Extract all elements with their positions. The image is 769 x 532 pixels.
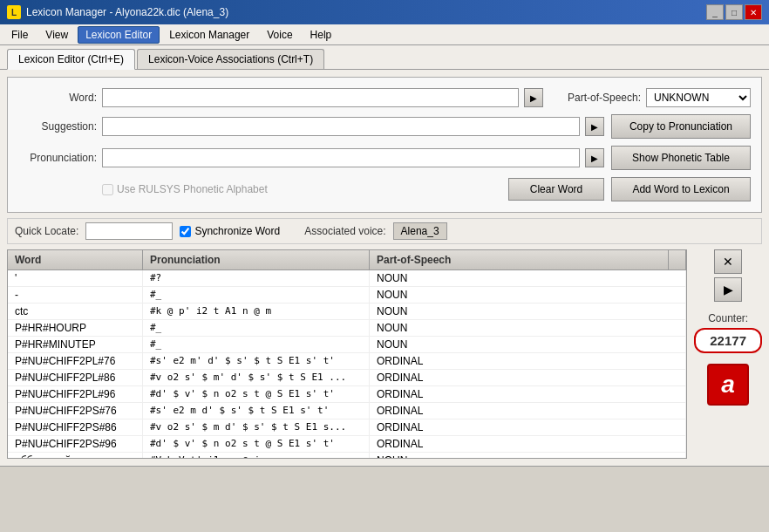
- table-row[interactable]: P#NU#CHIFF2PL#86 #v o2 s' $ m' d' $ s' $…: [8, 370, 686, 386]
- cell-word: P#NU#CHIFF2PS#76: [8, 403, 143, 419]
- window-title: Lexicon Manager - Alyona22k.dic (Alena_3…: [26, 6, 228, 18]
- cell-pos: ORDINAL: [370, 403, 686, 419]
- cell-pronunciation: #k @ p' i2 t A1 n @ m: [143, 304, 370, 319]
- cell-pos: NOUN: [370, 270, 686, 286]
- col-header-pronunciation: Pronunciation: [143, 250, 370, 269]
- table-wrapper: Word Pronunciation Part-of-Speech ' #? N…: [7, 249, 687, 459]
- cell-pronunciation: #d' $ v' $ n o2 s t @ S E1 s' t': [143, 436, 370, 452]
- app-logo: a: [707, 364, 749, 406]
- cell-pos: ORDINAL: [370, 386, 686, 402]
- cell-word: P#NU#CHIFF2PL#76: [8, 353, 143, 369]
- cell-pronunciation: #v o2 s' $ m d' $ s' $ t S E1 s...: [143, 419, 370, 435]
- menu-lexicon-manager[interactable]: Lexicon Manager: [161, 26, 257, 44]
- title-bar: L Lexicon Manager - Alyona22k.dic (Alena…: [0, 0, 769, 24]
- locate-bar: Quick Locate: Synchronize Word Associate…: [7, 218, 762, 244]
- cell-pos: NOUN: [370, 304, 686, 319]
- maximize-button[interactable]: □: [725, 4, 743, 20]
- table-row[interactable]: P#HR#HOURP #_ NOUN: [8, 320, 686, 337]
- cell-pronunciation: #d' $ v' $ n o2 s t @ S E1 s' t': [143, 386, 370, 402]
- voice-value: Alena_3: [393, 222, 447, 240]
- cell-pronunciation: #v o2 s' $ m' d' $ s' $ t S E1 ...: [143, 370, 370, 385]
- clear-word-button[interactable]: Clear Word: [508, 178, 604, 201]
- menu-lexicon-editor[interactable]: Lexicon Editor: [78, 26, 160, 44]
- menu-view[interactable]: View: [37, 26, 76, 44]
- locate-label: Quick Locate:: [15, 225, 78, 237]
- table-area: Word Pronunciation Part-of-Speech ' #? N…: [7, 249, 762, 459]
- menu-help[interactable]: Help: [303, 26, 340, 44]
- rulsys-checkbox[interactable]: [102, 184, 113, 195]
- menu-bar: File View Lexicon Editor Lexicon Manager…: [0, 24, 769, 45]
- tab-bar: Lexicon Editor (Ctrl+E) Lexicon-Voice As…: [0, 45, 769, 70]
- cell-pos: ORDINAL: [370, 370, 686, 385]
- table-row[interactable]: ctc #k @ p' i2 t A1 n @ m NOUN: [8, 304, 686, 320]
- pos-label: Part-of-Speech:: [568, 92, 641, 104]
- pronunciation-go-button[interactable]: ▶: [585, 148, 604, 167]
- cell-pos: ORDINAL: [370, 436, 686, 452]
- locate-input[interactable]: [85, 222, 173, 240]
- table-row[interactable]: P#HR#MINUTEP #_ NOUN: [8, 337, 686, 353]
- cell-word: P#NU#CHIFF2PL#86: [8, 370, 143, 385]
- table-row[interactable]: P#NU#CHIFF2PS#96 #d' $ v' $ n o2 s t @ S…: [8, 436, 686, 453]
- cell-pronunciation: #s' e2 m' d' $ s' $ t S E1 s' t': [143, 353, 370, 369]
- table-row[interactable]: аббатиссой #V b V t' i1 ss @ j NOUN: [8, 453, 686, 458]
- table-row[interactable]: P#NU#CHIFF2PL#96 #d' $ v' $ n o2 s t @ S…: [8, 386, 686, 403]
- minimize-button[interactable]: _: [706, 4, 724, 20]
- word-go-button[interactable]: ▶: [524, 88, 543, 107]
- counter-label: Counter:: [708, 312, 748, 324]
- app-icon: L: [7, 5, 21, 19]
- tab-lexicon-editor[interactable]: Lexicon Editor (Ctrl+E): [7, 49, 135, 70]
- table-row[interactable]: ' #? NOUN: [8, 270, 686, 287]
- suggestion-input[interactable]: [102, 117, 580, 136]
- menu-voice[interactable]: Voice: [259, 26, 300, 44]
- cell-pronunciation: #V b V t' i1 ss @ j: [143, 453, 370, 458]
- cell-pos: ORDINAL: [370, 353, 686, 369]
- table-body[interactable]: ' #? NOUN - #_ NOUN ctc #k @ p' i2 t A1 …: [8, 270, 686, 458]
- sync-label: Synchronize Word: [194, 225, 280, 237]
- cell-word: P#NU#CHIFF2PS#96: [8, 436, 143, 452]
- bottom-status: [0, 466, 769, 481]
- add-word-button[interactable]: Add Word to Lexicon: [611, 177, 751, 201]
- cell-pos: NOUN: [370, 337, 686, 352]
- cell-pos: NOUN: [370, 453, 686, 458]
- cell-word: -: [8, 287, 143, 303]
- pos-select[interactable]: UNKNOWN NOUN VERB ADJECTIVE ADVERB ORDIN…: [646, 88, 751, 107]
- rulsys-label: Use RULSYS Phonetic Alphabet: [117, 183, 268, 195]
- data-table: Word Pronunciation Part-of-Speech ' #? N…: [7, 249, 687, 459]
- form-panel: Word: ▶ Part-of-Speech: UNKNOWN NOUN VER…: [7, 77, 762, 213]
- close-button[interactable]: ✕: [745, 4, 762, 20]
- cell-pronunciation: #_: [143, 320, 370, 336]
- cell-word: аббатиссой: [8, 453, 143, 458]
- cell-pronunciation: #_: [143, 337, 370, 352]
- cell-pronunciation: #s' e2 m d' $ s' $ t S E1 s' t': [143, 403, 370, 419]
- table-row[interactable]: P#NU#CHIFF2PS#76 #s' e2 m d' $ s' $ t S …: [8, 403, 686, 419]
- cell-pos: NOUN: [370, 320, 686, 336]
- table-row[interactable]: P#NU#CHIFF2PL#76 #s' e2 m' d' $ s' $ t S…: [8, 353, 686, 370]
- suggestion-label: Suggestion:: [18, 120, 97, 133]
- cell-pos: ORDINAL: [370, 419, 686, 435]
- sync-checkbox[interactable]: [180, 226, 191, 237]
- table-header: Word Pronunciation Part-of-Speech: [8, 250, 686, 270]
- table-row[interactable]: - #_ NOUN: [8, 287, 686, 304]
- table-row[interactable]: P#NU#CHIFF2PS#86 #v o2 s' $ m d' $ s' $ …: [8, 419, 686, 436]
- window-controls: _ □ ✕: [706, 4, 762, 20]
- menu-file[interactable]: File: [3, 26, 36, 44]
- cell-pronunciation: #?: [143, 270, 370, 286]
- cell-word: ': [8, 270, 143, 286]
- col-header-word: Word: [8, 250, 143, 269]
- word-input[interactable]: [102, 88, 519, 107]
- cell-word: ctc: [8, 304, 143, 319]
- cell-word: P#NU#CHIFF2PS#86: [8, 419, 143, 435]
- tab-lexicon-voice[interactable]: Lexicon-Voice Associations (Ctrl+T): [137, 49, 324, 69]
- suggestion-go-button[interactable]: ▶: [585, 117, 604, 136]
- right-sidebar: ✕ ▶ Counter: 22177 a: [694, 249, 762, 459]
- navigate-button[interactable]: ▶: [714, 277, 742, 302]
- word-label: Word:: [18, 92, 97, 104]
- show-phonetic-table-button[interactable]: Show Phonetic Table: [611, 146, 751, 170]
- pronunciation-input[interactable]: [102, 148, 580, 167]
- cell-word: P#HR#MINUTEP: [8, 337, 143, 352]
- voice-label: Associated voice:: [304, 225, 385, 237]
- col-header-pos: Part-of-Speech: [370, 250, 669, 269]
- main-content: Word: ▶ Part-of-Speech: UNKNOWN NOUN VER…: [0, 70, 769, 466]
- copy-to-pronunciation-button[interactable]: Copy to Pronunciation: [611, 114, 751, 139]
- delete-button[interactable]: ✕: [714, 249, 742, 274]
